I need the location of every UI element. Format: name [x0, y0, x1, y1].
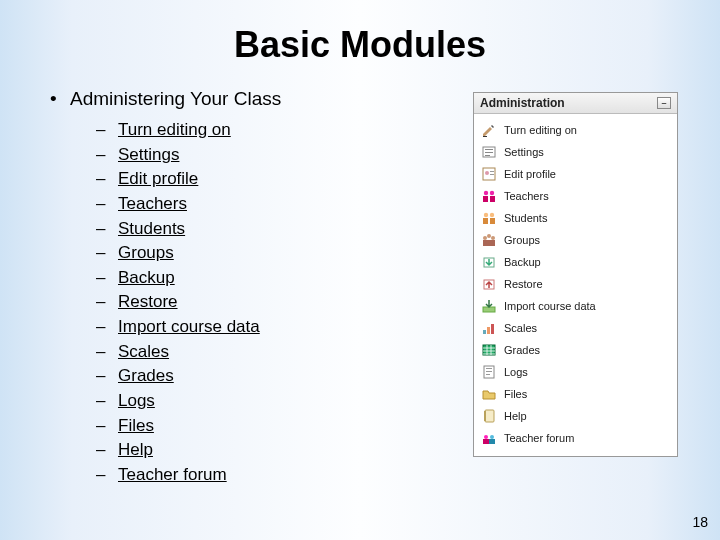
list-item-label: Scales: [118, 342, 169, 361]
svg-rect-11: [490, 196, 495, 202]
list-item-label: Students: [118, 219, 185, 238]
logs-icon: [481, 364, 497, 380]
admin-item-students[interactable]: Students: [481, 207, 670, 229]
list-item: Scales: [96, 340, 455, 365]
list-item-label: Import course data: [118, 317, 260, 336]
svg-point-9: [490, 191, 494, 195]
list-item-label: Restore: [118, 292, 178, 311]
teachers-icon: [481, 188, 497, 204]
admin-item-label: Help: [504, 410, 670, 422]
list-item: Settings: [96, 143, 455, 168]
list-item: Students: [96, 217, 455, 242]
grades-icon: [481, 342, 497, 358]
list-item-label: Turn editing on: [118, 120, 231, 139]
list-item: Groups: [96, 241, 455, 266]
admin-item-label: Backup: [504, 256, 670, 268]
svg-rect-2: [485, 152, 493, 153]
admin-item-teachers[interactable]: Teachers: [481, 185, 670, 207]
admin-item-grades[interactable]: Grades: [481, 339, 670, 361]
svg-point-13: [490, 213, 494, 217]
profile-icon: [481, 166, 497, 182]
help-icon: [481, 408, 497, 424]
svg-rect-14: [483, 218, 488, 224]
svg-rect-31: [485, 410, 494, 422]
administration-panel-title: Administration: [480, 96, 565, 110]
svg-point-8: [484, 191, 488, 195]
list-item: Help: [96, 438, 455, 463]
svg-rect-3: [485, 155, 490, 156]
groups-icon: [481, 232, 497, 248]
list-item: Edit profile: [96, 167, 455, 192]
settings-icon: [481, 144, 497, 160]
admin-item-settings[interactable]: Settings: [481, 141, 670, 163]
svg-rect-1: [485, 149, 493, 150]
admin-item-label: Groups: [504, 234, 670, 246]
svg-rect-7: [490, 174, 494, 175]
admin-item-label: Teacher forum: [504, 432, 670, 444]
students-icon: [481, 210, 497, 226]
list-item: Backup: [96, 266, 455, 291]
svg-rect-26: [483, 345, 495, 355]
administration-panel-header: Administration –: [474, 93, 677, 114]
admin-item-files[interactable]: Files: [481, 383, 670, 405]
scales-icon: [481, 320, 497, 336]
list-item: Turn editing on: [96, 118, 455, 143]
svg-rect-28: [486, 368, 492, 369]
admin-item-scales[interactable]: Scales: [481, 317, 670, 339]
list-item-label: Files: [118, 416, 154, 435]
forum-icon: [481, 430, 497, 446]
svg-point-16: [483, 236, 487, 240]
svg-rect-15: [490, 218, 495, 224]
svg-point-17: [487, 234, 491, 238]
edit-hand-icon: [481, 122, 497, 138]
svg-point-34: [490, 435, 494, 439]
admin-item-help[interactable]: Help: [481, 405, 670, 427]
svg-rect-10: [483, 196, 488, 202]
svg-rect-25: [491, 324, 494, 334]
list-item-label: Settings: [118, 145, 179, 164]
admin-item-label: Logs: [504, 366, 670, 378]
admin-item-logs[interactable]: Logs: [481, 361, 670, 383]
admin-item-teacher-forum[interactable]: Teacher forum: [481, 427, 670, 449]
admin-item-label: Teachers: [504, 190, 670, 202]
svg-point-33: [484, 435, 488, 439]
admin-item-label: Students: [504, 212, 670, 224]
restore-icon: [481, 276, 497, 292]
admin-item-label: Files: [504, 388, 670, 400]
svg-rect-35: [483, 439, 489, 444]
list-item-label: Teachers: [118, 194, 187, 213]
admin-item-groups[interactable]: Groups: [481, 229, 670, 251]
slide-title: Basic Modules: [42, 24, 678, 66]
section-heading: Administering Your Class: [50, 88, 455, 110]
admin-item-label: Grades: [504, 344, 670, 356]
administration-panel: Administration – Turn editing on Setting…: [473, 92, 678, 457]
list-item: Grades: [96, 364, 455, 389]
list-item-label: Logs: [118, 391, 155, 410]
list-item-label: Edit profile: [118, 169, 198, 188]
list-item-label: Grades: [118, 366, 174, 385]
backup-icon: [481, 254, 497, 270]
admin-item-edit-profile[interactable]: Edit profile: [481, 163, 670, 185]
svg-rect-29: [486, 371, 492, 372]
svg-rect-6: [490, 171, 494, 172]
svg-rect-23: [483, 330, 486, 334]
minimize-icon[interactable]: –: [657, 97, 671, 109]
admin-item-label: Settings: [504, 146, 670, 158]
admin-item-restore[interactable]: Restore: [481, 273, 670, 295]
svg-point-18: [491, 236, 495, 240]
list-item-label: Groups: [118, 243, 174, 262]
admin-item-label: Restore: [504, 278, 670, 290]
list-item-label: Teacher forum: [118, 465, 227, 484]
admin-item-backup[interactable]: Backup: [481, 251, 670, 273]
admin-item-import[interactable]: Import course data: [481, 295, 670, 317]
list-item: Import course data: [96, 315, 455, 340]
page-number: 18: [692, 514, 708, 530]
list-item: Restore: [96, 290, 455, 315]
files-icon: [481, 386, 497, 402]
svg-rect-30: [486, 374, 490, 375]
list-item: Logs: [96, 389, 455, 414]
list-item: Files: [96, 414, 455, 439]
admin-item-label: Import course data: [504, 300, 670, 312]
admin-item-label: Edit profile: [504, 168, 670, 180]
admin-item-turn-editing-on[interactable]: Turn editing on: [481, 119, 670, 141]
